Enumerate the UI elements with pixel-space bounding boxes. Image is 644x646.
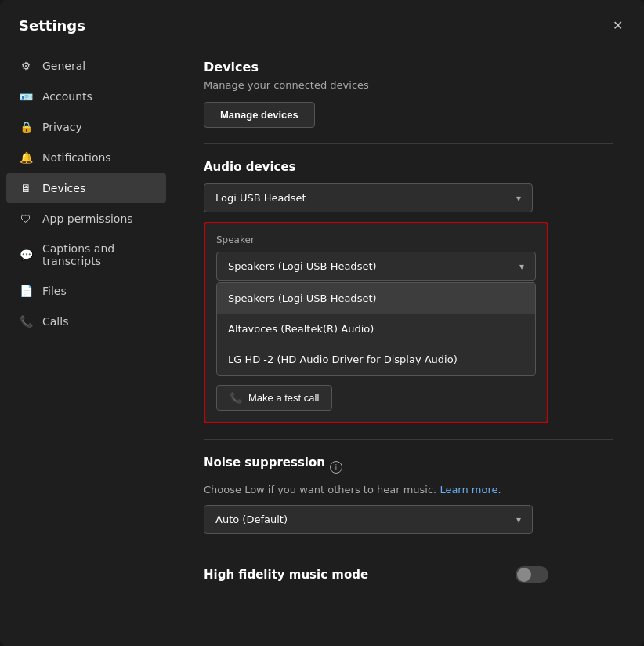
divider-3	[204, 550, 613, 550]
audio-devices-title: Audio devices	[204, 160, 613, 174]
bell-icon: 🔔	[19, 151, 33, 165]
sidebar-label-devices: Devices	[42, 182, 85, 194]
main-layout: ⚙ General 🪪 Accounts 🔒 Privacy 🔔 Notific…	[0, 44, 644, 646]
sidebar-label-notifications: Notifications	[42, 151, 111, 164]
learn-more-link[interactable]: Learn more.	[440, 484, 501, 495]
noise-dropdown[interactable]: Auto (Default) ▾	[204, 505, 533, 534]
manage-devices-button[interactable]: Manage devices	[204, 102, 315, 128]
sidebar-label-app-permissions: App permissions	[42, 212, 133, 225]
sidebar-item-captions[interactable]: 💬 Captions and transcripts	[6, 234, 166, 275]
chevron-down-icon: ▾	[516, 193, 521, 204]
noise-selected-value: Auto (Default)	[215, 514, 288, 525]
sidebar-label-accounts: Accounts	[42, 90, 92, 103]
noise-section: Noise suppression i Choose Low if you wa…	[204, 455, 613, 534]
captions-icon: 💬	[19, 248, 33, 262]
speaker-label: Speaker	[216, 234, 536, 245]
devices-subtitle: Manage your connected devices	[204, 79, 613, 91]
speaker-option-2[interactable]: Altavoces (Realtek(R) Audio)	[217, 314, 535, 344]
hifi-row: High fidelity music mode	[204, 566, 548, 583]
title-bar: Settings ✕	[0, 0, 644, 44]
hifi-toggle[interactable]	[516, 566, 548, 583]
accounts-icon: 🪪	[19, 89, 33, 103]
speaker-dropdown[interactable]: Speakers (Logi USB Headset) ▾	[216, 252, 536, 281]
sidebar-item-app-permissions[interactable]: 🛡 App permissions	[6, 204, 166, 234]
speaker-chevron-icon: ▾	[519, 261, 524, 272]
sidebar-label-general: General	[42, 60, 85, 72]
noise-title: Noise suppression	[204, 455, 325, 470]
speaker-dropdown-list: Speakers (Logi USB Headset) Altavoces (R…	[216, 282, 536, 376]
test-call-button[interactable]: 📞 Make a test call	[216, 385, 332, 411]
sidebar-item-devices[interactable]: 🖥 Devices	[6, 173, 166, 203]
sidebar-label-calls: Calls	[42, 315, 68, 328]
sidebar-item-calls[interactable]: 📞 Calls	[6, 307, 166, 336]
window-title: Settings	[19, 17, 85, 34]
sidebar-label-files: Files	[42, 285, 67, 297]
divider-2	[204, 439, 613, 440]
devices-title: Devices	[204, 60, 613, 74]
shield-icon: 🛡	[19, 212, 33, 226]
devices-icon: 🖥	[19, 181, 33, 195]
sidebar-item-privacy[interactable]: 🔒 Privacy	[6, 112, 166, 142]
speaker-option-1[interactable]: Speakers (Logi USB Headset)	[217, 283, 535, 314]
sidebar: ⚙ General 🪪 Accounts 🔒 Privacy 🔔 Notific…	[0, 44, 172, 646]
sidebar-item-notifications[interactable]: 🔔 Notifications	[6, 143, 166, 172]
audio-device-value: Logi USB Headset	[215, 192, 306, 204]
phone-test-icon: 📞	[230, 392, 242, 404]
noise-description: Choose Low if you want others to hear mu…	[204, 484, 613, 495]
sidebar-item-general[interactable]: ⚙ General	[6, 51, 166, 81]
test-call-label: Make a test call	[248, 392, 319, 404]
speaker-selected-value: Speakers (Logi USB Headset)	[228, 260, 377, 272]
noise-title-row: Noise suppression i	[204, 455, 613, 479]
sidebar-item-files[interactable]: 📄 Files	[6, 276, 166, 306]
speaker-option-3[interactable]: LG HD -2 (HD Audio Driver for Display Au…	[217, 344, 535, 375]
settings-window: Settings ✕ ⚙ General 🪪 Accounts 🔒 Privac…	[0, 0, 644, 646]
audio-device-dropdown[interactable]: Logi USB Headset ▾	[204, 183, 533, 212]
speaker-section: Speaker Speakers (Logi USB Headset) ▾ Sp…	[204, 222, 548, 423]
sidebar-label-privacy: Privacy	[42, 121, 82, 133]
lock-icon: 🔒	[19, 120, 33, 134]
divider-1	[204, 143, 613, 144]
noise-chevron-icon: ▾	[516, 514, 521, 525]
gear-icon: ⚙	[19, 59, 33, 73]
phone-icon: 📞	[19, 314, 33, 328]
content-area: Devices Manage your connected devices Ma…	[172, 44, 644, 646]
close-button[interactable]: ✕	[606, 14, 628, 36]
info-icon[interactable]: i	[330, 461, 342, 474]
sidebar-label-captions: Captions and transcripts	[42, 242, 154, 267]
file-icon: 📄	[19, 284, 33, 298]
sidebar-item-accounts[interactable]: 🪪 Accounts	[6, 82, 166, 111]
hifi-title: High fidelity music mode	[204, 568, 368, 582]
